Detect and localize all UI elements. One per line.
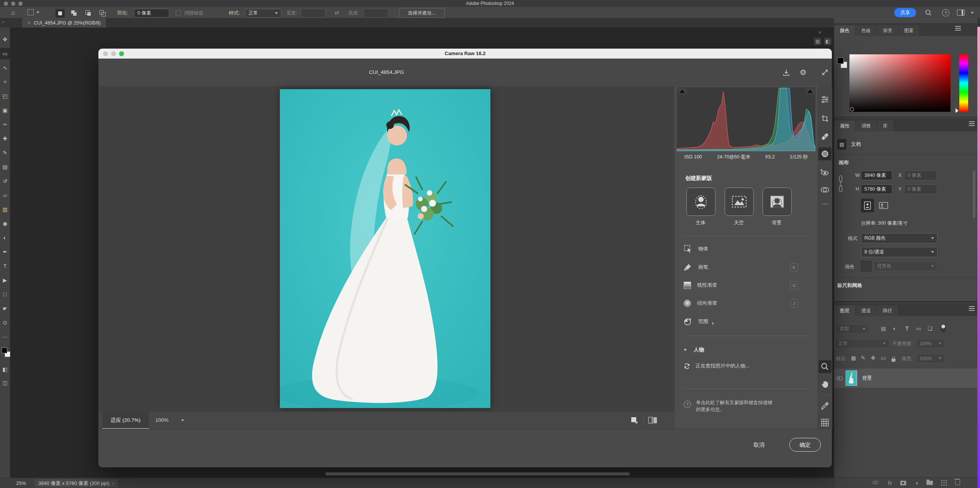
save-image-icon[interactable]: [782, 69, 791, 77]
lock-image-icon[interactable]: ✎: [861, 355, 866, 361]
canvas-y-input[interactable]: 0 像素: [904, 184, 937, 194]
tab-channels[interactable]: 通道: [856, 305, 877, 316]
tab-properties[interactable]: 属性: [834, 121, 856, 131]
color-saturation-box[interactable]: [849, 54, 951, 112]
brush-tool[interactable]: ✎: [0, 147, 10, 158]
quick-mask-toggle[interactable]: ◧: [0, 364, 10, 375]
move-tool[interactable]: ✥: [0, 34, 10, 45]
histogram[interactable]: [677, 87, 815, 151]
selection-intersect-button[interactable]: [98, 9, 107, 18]
layer-styles-icon[interactable]: fx: [888, 480, 892, 486]
properties-scrollbar[interactable]: [973, 170, 975, 218]
workspace-icon[interactable]: [957, 10, 965, 16]
filter-toggle-switch[interactable]: [941, 324, 946, 333]
mode-dropdown[interactable]: RGB 颜色: [861, 233, 938, 243]
object-selection-tool[interactable]: ✧: [0, 76, 10, 88]
lock-transparency-icon[interactable]: ▦: [851, 355, 856, 361]
filter-type-layers-icon[interactable]: T: [905, 325, 909, 331]
link-layers-icon[interactable]: [872, 481, 879, 485]
delete-layer-icon[interactable]: [955, 480, 960, 485]
color-swatches[interactable]: [2, 348, 10, 357]
rulers-grid-header[interactable]: 标尺和网格: [837, 282, 862, 289]
more-panels-icon[interactable]: ⋯: [818, 198, 831, 209]
cancel-button[interactable]: 取消: [744, 438, 774, 452]
tab-swatches[interactable]: 色板: [856, 25, 877, 36]
document-info-field[interactable]: 3840 像素 x 5760 像素 (300 ppi) ›: [34, 479, 118, 487]
feather-input[interactable]: 0 像素: [134, 9, 169, 18]
mask-tool-brush[interactable]: 画笔 K: [684, 261, 808, 273]
tab-layers[interactable]: 图层: [834, 305, 856, 316]
hand-rail-icon[interactable]: [818, 378, 831, 391]
tab-patterns[interactable]: 图案: [898, 25, 920, 36]
shape-tool[interactable]: □: [0, 289, 10, 300]
marquee-tool[interactable]: ▭: [0, 48, 10, 59]
layer-fill-dropdown[interactable]: 100%: [916, 354, 945, 363]
screen-mode-toggle[interactable]: ◫: [0, 377, 10, 388]
before-after-icon[interactable]: [648, 416, 657, 424]
swap-dimensions-icon[interactable]: ⇄: [335, 10, 339, 16]
zoom-rail-icon[interactable]: [818, 360, 831, 373]
antialias-checkbox[interactable]: [176, 10, 181, 16]
horizontal-scrollbar[interactable]: [325, 472, 630, 475]
white-balance-icon[interactable]: [818, 399, 831, 412]
masking-icon[interactable]: [818, 147, 831, 160]
refresh-icon[interactable]: [684, 363, 690, 369]
workspace-chevron-icon[interactable]: [971, 12, 974, 14]
canvas-height-input[interactable]: 5760 像素: [861, 184, 892, 194]
opacity-dropdown[interactable]: 100%: [916, 339, 945, 348]
color-fg-bg-swatches[interactable]: [837, 57, 849, 69]
selection-add-button[interactable]: [70, 9, 79, 18]
canvas-link-icon[interactable]: [838, 174, 843, 194]
tab-adjustments[interactable]: 调整: [856, 121, 877, 131]
tab-close-icon[interactable]: ×: [28, 20, 31, 26]
zoom-options-chevron[interactable]: [181, 419, 184, 421]
width-input[interactable]: [301, 9, 325, 18]
mask-background-button[interactable]: [763, 188, 792, 216]
gradient-tool[interactable]: ▥: [0, 204, 10, 215]
new-group-icon[interactable]: [926, 481, 933, 485]
photo-preview[interactable]: [280, 89, 490, 408]
mask-tool-linear-gradient[interactable]: 线性渐变 G: [684, 279, 808, 291]
fill-color-swatch[interactable]: [861, 261, 871, 271]
tab-paths[interactable]: 路径: [877, 305, 898, 316]
lock-artboard-icon[interactable]: ▭: [881, 355, 886, 361]
selection-new-button[interactable]: [56, 9, 65, 18]
type-tool[interactable]: T: [0, 260, 10, 272]
new-layer-icon[interactable]: [941, 480, 947, 486]
presets-icon[interactable]: [818, 183, 831, 196]
heal-icon[interactable]: [818, 130, 831, 143]
home-icon[interactable]: ⌂: [8, 8, 18, 17]
selection-subtract-button[interactable]: [84, 9, 93, 18]
color-panel-menu-icon[interactable]: [955, 26, 961, 27]
tab-gradients[interactable]: 渐变: [877, 25, 898, 36]
preview-mode-icon[interactable]: [630, 416, 638, 424]
zoom-fit-tab[interactable]: 适应 (20.7%): [102, 412, 149, 429]
lock-all-icon[interactable]: [892, 359, 895, 362]
path-selection-tool[interactable]: ▶: [0, 274, 10, 286]
dock-color-panel-icon[interactable]: ▤: [814, 38, 822, 45]
share-button[interactable]: 共享: [894, 8, 916, 17]
eraser-tool[interactable]: ▱: [0, 189, 10, 201]
new-adjustment-layer-icon[interactable]: ◑: [915, 480, 918, 486]
dodge-tool[interactable]: ◐: [0, 232, 10, 243]
layers-panel-menu-icon[interactable]: [969, 306, 975, 307]
history-brush-tool[interactable]: ↺: [0, 175, 10, 187]
grid-overlay-icon[interactable]: [818, 416, 831, 429]
edit-icon[interactable]: [818, 93, 831, 106]
filter-adjustment-layers-icon[interactable]: ◐: [893, 325, 896, 331]
add-layer-mask-icon[interactable]: [900, 481, 906, 485]
layer-filter-dropdown[interactable]: 类型: [836, 324, 869, 334]
orientation-portrait-button[interactable]: [861, 199, 874, 212]
blur-tool[interactable]: ◉: [0, 218, 10, 229]
tab-libraries[interactable]: 库: [877, 121, 894, 131]
lock-position-icon[interactable]: ✥: [871, 355, 875, 361]
tabbar-collapse-chevron[interactable]: »: [2, 20, 4, 24]
fullscreen-icon[interactable]: [821, 69, 829, 76]
orientation-landscape-button[interactable]: [877, 199, 890, 212]
healing-tool[interactable]: ✚: [0, 133, 10, 144]
shadow-clipping-icon[interactable]: [678, 88, 687, 95]
mask-sky-button[interactable]: [725, 188, 754, 216]
dock-collapse-chevron[interactable]: «: [818, 29, 821, 35]
select-and-mask-button[interactable]: 选择并遮住...: [399, 8, 445, 18]
properties-panel-menu-icon[interactable]: [969, 121, 975, 122]
